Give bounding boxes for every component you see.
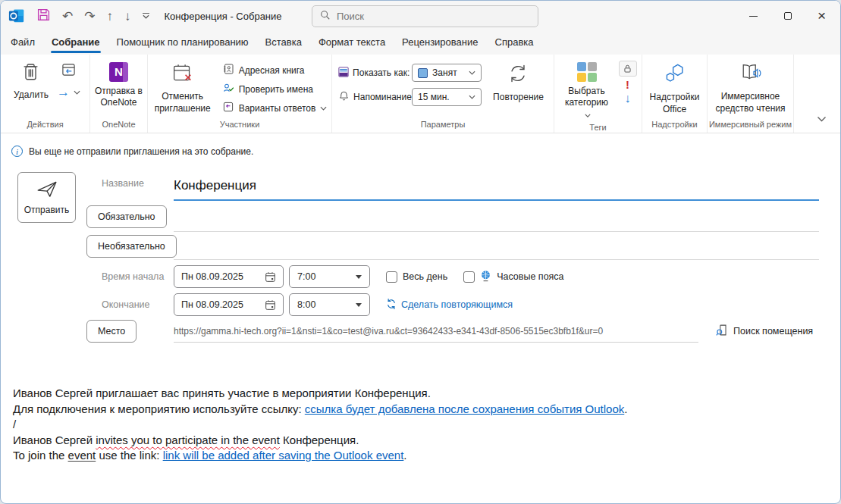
ribbon: Удалить → [1,55,840,133]
group-label-addins: Надстройки [642,120,707,133]
forward-icon[interactable]: → [57,86,70,99]
tab-file[interactable]: Файл [2,32,43,55]
title-row: Название Конференция [86,166,819,201]
immersive-reader-button[interactable]: Иммерсивное средство чтения [710,60,792,117]
ribbon-group-options: Показать как: Занят [332,55,554,133]
response-options-button[interactable]: Варианты ответов [220,99,330,117]
cancel-invitation-button[interactable]: Отменить приглашение [150,60,215,117]
move-up-icon[interactable]: ↑ [107,10,114,23]
show-as-icon [338,67,349,80]
response-options-chevron-icon [320,106,327,111]
make-recurring-link[interactable]: Сделать повторяющимся [386,299,513,311]
trash-icon [20,62,41,86]
move-down-icon[interactable]: ↓ [124,10,131,23]
send-to-onenote-button[interactable]: N Отправка в OneNote [90,60,147,111]
info-bar: i Вы еще не отправили приглашения на это… [11,146,840,157]
forward-more-chevron-icon[interactable] [74,90,80,95]
categorize-button[interactable]: Выбрать категорию [558,60,616,123]
body-link-en[interactable]: link will be added after saving the Outl… [163,449,404,462]
start-time-select[interactable]: 7:00 [289,265,370,288]
start-date-input[interactable]: Пн 08.09.2025 [174,265,284,288]
minimize-button[interactable] [736,1,770,31]
required-input[interactable] [174,201,819,232]
tab-insert[interactable]: Вставка [257,32,310,55]
onenote-icon: N [109,62,128,82]
categorize-chevron-icon [585,114,591,117]
delete-button[interactable]: Удалить [10,60,52,104]
globe-icon [480,270,491,284]
reminder-select[interactable]: 15 мин. [412,88,482,106]
maximize-button[interactable] [770,1,805,31]
optional-input[interactable] [174,232,819,260]
body-link-ru[interactable]: ссылка будет добавлена после сохранения … [305,402,624,415]
office-addins-button[interactable]: Надстройки Office [645,60,705,117]
body-line-1: Иванов Сергей приглашает вас принять уча… [13,386,840,402]
ribbon-group-tags: Выбрать категорию ! ↓ Теги [554,55,642,133]
end-label: Окончание [86,299,150,310]
group-label-actions: Действия [1,120,89,133]
recurrence-button[interactable]: Повторение [489,60,548,106]
ribbon-group-attendees: Отменить приглашение Адресная книга [148,55,332,133]
calendar-icon[interactable] [265,271,276,283]
ribbon-group-immersive: Иммерсивное средство чтения Иммерсивный … [708,55,794,133]
send-button[interactable]: Отправить [17,172,76,223]
redo-icon[interactable]: ↷ [84,10,95,23]
response-options-icon [222,101,234,115]
copy-to-calendar-icon[interactable] [61,62,76,80]
group-label-options: Параметры [332,120,554,133]
grammar-text: event [68,449,96,462]
end-date-input[interactable]: Пн 08.09.2025 [174,293,284,316]
message-body[interactable]: Иванов Сергей приглашает вас принять уча… [13,386,840,464]
body-line-4: Иванов Сергей invites you to participate… [13,433,840,449]
required-row: Обязательно [86,201,819,232]
tab-review[interactable]: Рецензирование [394,32,486,55]
body-line-5: To join the event use the link: link wil… [13,448,840,464]
tab-help[interactable]: Справка [487,32,542,55]
group-label-immersive: Иммерсивный режим [708,120,793,133]
private-lock-button[interactable] [619,61,637,77]
titlebar: ↶ ↷ ↑ ↓ Конференция - Собрание × [1,1,840,31]
calendar-icon[interactable] [265,299,276,311]
body-line-3: / [13,417,840,433]
busy-status-swatch [418,68,428,78]
group-label-tags: Теги [554,123,642,136]
show-as-label: Показать как: [353,67,410,78]
location-row: Место https://gamma.hi-tech.org?ii=1&nst… [86,320,819,343]
low-importance-icon[interactable]: ↓ [625,92,631,105]
close-button[interactable]: × [805,1,839,31]
tab-format-text[interactable]: Формат текста [310,32,394,55]
time-zones-checkbox[interactable] [463,271,475,283]
required-button[interactable]: Обязательно [86,205,167,228]
time-zones-group: Часовые пояса [463,270,563,284]
spellcheck-text: invites you to participate in the event [96,434,280,446]
end-time-select[interactable]: 8:00 [289,293,370,316]
customize-toolbar-icon[interactable] [143,13,149,19]
all-day-checkbox[interactable] [386,271,397,283]
check-names-icon [222,82,234,96]
ribbon-tab-row: Файл Собрание Помощник по планированию В… [1,31,840,55]
outlook-app-icon [8,8,25,24]
title-input[interactable]: Конференция [174,166,819,201]
search-input[interactable] [337,11,530,22]
room-finder-icon [715,324,728,339]
location-button[interactable]: Место [86,320,137,343]
window-title: Конференция - Собрание [165,11,282,22]
save-icon[interactable] [36,8,51,25]
start-label: Время начала [86,271,164,282]
start-row: Время начала Пн 08.09.2025 7:00 [86,265,819,288]
ribbon-spacer [794,55,840,133]
optional-button[interactable]: Необязательно [86,235,177,258]
high-importance-icon[interactable]: ! [626,79,629,90]
search-box[interactable] [312,5,538,27]
title-label: Название [86,178,144,189]
tab-scheduling-assistant[interactable]: Помощник по планированию [108,32,257,55]
ribbon-group-onenote: N Отправка в OneNote OneNote [90,55,148,133]
tab-meeting[interactable]: Собрание [43,32,108,55]
undo-icon[interactable]: ↶ [62,10,73,23]
collapse-ribbon-icon[interactable] [817,111,827,125]
check-names-button[interactable]: Проверить имена [220,80,330,98]
address-book-button[interactable]: Адресная книга [220,61,330,79]
show-as-select[interactable]: Занят [412,64,482,82]
room-finder-button[interactable]: Поиск помещения [715,324,813,339]
location-input[interactable]: https://gamma.hi-tech.org?ii=1&nsti=1&co… [174,320,698,343]
